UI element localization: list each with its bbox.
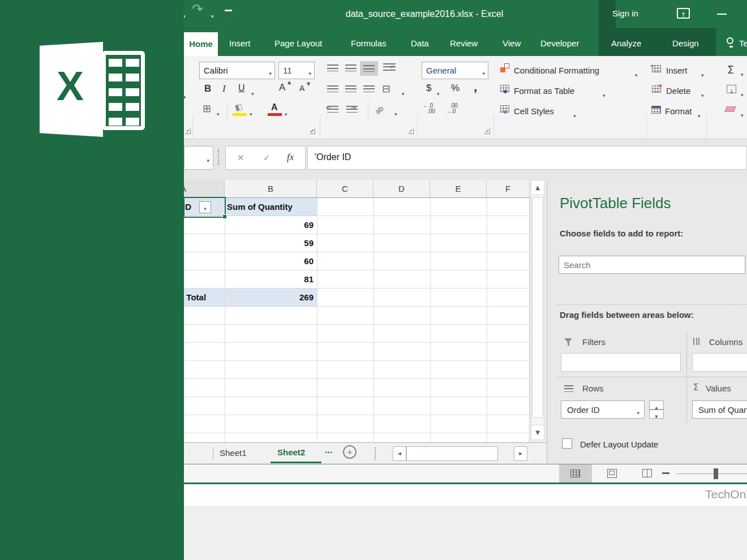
- scroll-thumb[interactable]: [532, 197, 543, 418]
- tell-me-bulb-icon[interactable]: [727, 37, 733, 44]
- align-left-icon[interactable]: [327, 85, 338, 92]
- currency-button[interactable]: $: [426, 83, 431, 94]
- fill-color-dropdown-icon[interactable]: [250, 108, 252, 118]
- tab-view[interactable]: View: [503, 38, 521, 48]
- percent-button[interactable]: %: [451, 83, 460, 94]
- format-as-table-dropdown-icon[interactable]: [603, 89, 606, 100]
- increase-decimal-icon[interactable]: ←.0.00: [423, 103, 441, 114]
- view-normal-button[interactable]: [559, 464, 592, 483]
- zoom-out-button[interactable]: [662, 472, 669, 474]
- borders-dropdown-icon[interactable]: [217, 108, 220, 118]
- grow-font-button[interactable]: A: [279, 82, 285, 93]
- rows-spinner-down[interactable]: ▼: [649, 410, 664, 419]
- insert-dropdown-icon[interactable]: [701, 69, 704, 79]
- insert-button[interactable]: Insert: [666, 66, 688, 75]
- column-header-d[interactable]: D: [374, 180, 430, 198]
- rows-spinner-up[interactable]: ▲: [649, 400, 664, 410]
- autosum-button[interactable]: Σ: [727, 63, 734, 76]
- number-format-dropdown-icon[interactable]: [482, 67, 485, 77]
- orientation-dropdown-icon[interactable]: [394, 108, 397, 118]
- font-name-dropdown-icon[interactable]: [269, 67, 272, 77]
- number-format-combo[interactable]: General: [422, 62, 488, 79]
- align-right-icon[interactable]: [363, 85, 375, 92]
- sign-in-link[interactable]: Sign in: [612, 8, 638, 18]
- fill-down-icon[interactable]: ↓: [727, 85, 736, 93]
- qat-customize-arrow-icon[interactable]: [226, 11, 229, 21]
- view-page-layout-button[interactable]: [596, 464, 629, 483]
- fill-color-bucket-icon[interactable]: ◧: [234, 102, 243, 113]
- hscroll-track[interactable]: [406, 446, 498, 461]
- clear-eraser-icon[interactable]: [724, 106, 736, 112]
- pivot-value-row[interactable]: 60: [225, 252, 317, 270]
- values-field-chip[interactable]: Sum of Quantity: [692, 400, 747, 419]
- tab-review[interactable]: Review: [450, 38, 478, 48]
- column-header-b[interactable]: B: [225, 180, 317, 198]
- font-dialog-launcher-icon[interactable]: [310, 128, 315, 134]
- conditional-formatting-button[interactable]: Conditional Formatting: [514, 66, 599, 75]
- comma-button[interactable]: ,: [474, 80, 477, 94]
- format-as-table-button[interactable]: Format as Table: [514, 86, 574, 96]
- tab-data[interactable]: Data: [411, 38, 429, 48]
- font-size-combo[interactable]: 11: [278, 62, 315, 79]
- column-header-c[interactable]: C: [317, 180, 374, 198]
- sheet-tab-sheet1[interactable]: Sheet1: [220, 448, 247, 458]
- font-color-button[interactable]: A: [271, 102, 278, 113]
- number-dialog-launcher-icon[interactable]: [484, 128, 490, 134]
- redo-icon[interactable]: ↷: [192, 1, 203, 17]
- pivot-value-row[interactable]: 59: [225, 234, 317, 252]
- rows-field-chip[interactable]: Order ID: [561, 400, 645, 419]
- font-name-combo[interactable]: Calibri: [199, 62, 275, 79]
- align-top-icon[interactable]: [327, 64, 338, 71]
- cell-styles-dropdown-icon[interactable]: [573, 110, 576, 120]
- underline-button[interactable]: U: [238, 83, 245, 93]
- name-box[interactable]: [184, 146, 213, 170]
- filters-dropzone[interactable]: [561, 353, 681, 372]
- zoom-slider-track[interactable]: [676, 473, 747, 474]
- italic-button[interactable]: I: [222, 83, 226, 94]
- pivot-value-row[interactable]: 69: [225, 216, 317, 234]
- tab-analyze[interactable]: Analyze: [611, 38, 641, 48]
- pivot-cell-grand-total-label[interactable]: Grand Total: [184, 288, 225, 307]
- tab-developer[interactable]: Developer: [540, 38, 579, 48]
- clipboard-paste-dropdown-icon[interactable]: [184, 91, 186, 101]
- borders-icon[interactable]: ⊞: [203, 102, 211, 114]
- shrink-font-button[interactable]: A: [299, 84, 304, 93]
- tab-formulas[interactable]: Formulas: [351, 38, 387, 48]
- redo-dropdown-icon[interactable]: [211, 10, 214, 20]
- decrease-decimal-icon[interactable]: .00→.0: [445, 103, 463, 114]
- column-header-e[interactable]: E: [430, 180, 487, 198]
- bold-button[interactable]: B: [204, 83, 211, 94]
- search-input[interactable]: [559, 256, 745, 274]
- name-box-dropdown-icon[interactable]: [207, 154, 209, 165]
- ribbon-display-options-icon[interactable]: ↑: [677, 8, 690, 19]
- hscroll-left-button[interactable]: ◂: [393, 446, 406, 461]
- underline-dropdown-icon[interactable]: [251, 88, 254, 98]
- pivot-cell-grand-total-value[interactable]: 269: [225, 288, 317, 307]
- tab-insert[interactable]: Insert: [229, 38, 251, 48]
- sheet-tab-sheet2[interactable]: Sheet2: [277, 447, 305, 457]
- defer-layout-checkbox[interactable]: [562, 438, 572, 449]
- tab-home[interactable]: Home: [184, 32, 218, 56]
- orientation-icon[interactable]: ab: [374, 104, 385, 116]
- conditional-formatting-dropdown-icon[interactable]: [635, 69, 638, 79]
- font-color-dropdown-icon[interactable]: [285, 108, 287, 118]
- selection-fill-handle[interactable]: [222, 214, 227, 219]
- pivot-value-row[interactable]: 81: [225, 270, 317, 288]
- pivot-cell-b1[interactable]: Sum of Quantity: [225, 198, 317, 216]
- font-size-dropdown-icon[interactable]: [308, 67, 311, 77]
- column-header-f[interactable]: F: [487, 180, 530, 198]
- tab-design[interactable]: Design: [672, 38, 699, 48]
- insert-function-icon[interactable]: fx: [287, 152, 294, 163]
- tab-page-layout[interactable]: Page Layout: [274, 38, 322, 48]
- column-header-a[interactable]: A: [184, 180, 225, 198]
- autosum-dropdown-icon[interactable]: [741, 68, 744, 79]
- formula-input[interactable]: 'Order ID: [307, 146, 747, 170]
- align-bottom-button-active[interactable]: [360, 61, 378, 76]
- align-middle-icon[interactable]: [345, 64, 357, 71]
- scroll-up-button[interactable]: ▲: [531, 180, 544, 195]
- delete-button[interactable]: Delete: [666, 86, 690, 96]
- delete-dropdown-icon[interactable]: [701, 89, 704, 100]
- sheet-tab-overflow[interactable]: ...: [325, 445, 332, 455]
- format-button[interactable]: Format: [665, 106, 692, 116]
- rows-field-dropdown-icon[interactable]: [637, 407, 639, 417]
